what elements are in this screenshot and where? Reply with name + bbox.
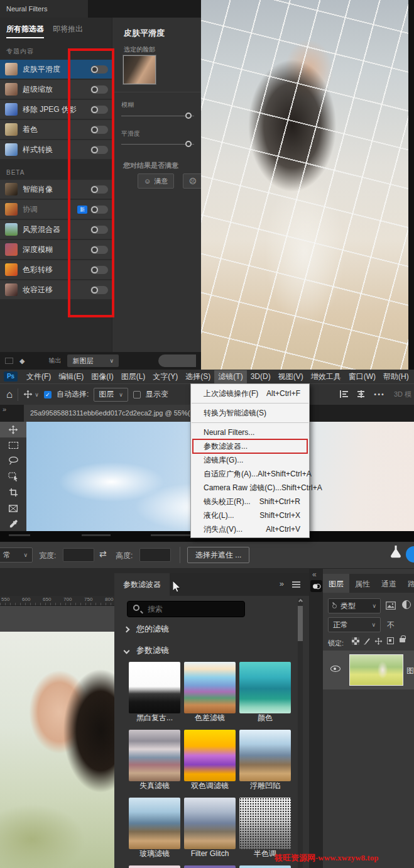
select-and-mask-button[interactable]: 选择并遮住 ... bbox=[187, 547, 249, 563]
tab-all-filters[interactable]: 所有筛选器 bbox=[6, 24, 44, 38]
filter-card-partial[interactable] bbox=[184, 865, 236, 868]
menu-file[interactable]: 文件(F) bbox=[23, 370, 55, 383]
tab-upcoming[interactable]: 即将推出 bbox=[53, 24, 83, 38]
filter-thumbnail[interactable] bbox=[184, 865, 236, 868]
layer-row[interactable]: 图 bbox=[323, 651, 414, 689]
tab-channels[interactable]: 通道 bbox=[376, 574, 402, 593]
filter-thumbnail[interactable] bbox=[129, 798, 180, 849]
menu-help[interactable]: 帮助(H) bbox=[379, 370, 413, 383]
menu-window[interactable]: 窗口(W) bbox=[345, 370, 379, 383]
menu-item-lens-correction[interactable]: 镜头校正(R)... Shift+Ctrl+R bbox=[191, 495, 309, 508]
menu-3d[interactable]: 3D(D) bbox=[247, 371, 275, 382]
align-left-icon[interactable] bbox=[340, 390, 348, 398]
tab-paths[interactable]: 路 bbox=[402, 574, 414, 593]
filter-card-bw-vintage[interactable]: 黑白复古... bbox=[129, 662, 180, 723]
smoothness-slider[interactable] bbox=[121, 144, 194, 145]
tab-properties[interactable]: 属性 bbox=[349, 574, 376, 593]
lock-artboard-icon[interactable] bbox=[387, 637, 394, 644]
menu-item-last-filter[interactable]: 上次滤镜操作(F) Alt+Ctrl+F bbox=[191, 387, 309, 400]
lasso-tool-button[interactable] bbox=[0, 453, 26, 469]
menu-type[interactable]: 文字(Y) bbox=[149, 370, 182, 383]
filter-thumbnail[interactable] bbox=[184, 662, 236, 713]
group-your-filters[interactable]: 您的滤镜 bbox=[124, 624, 169, 635]
filter-card-emboss[interactable]: 浮雕凹陷 bbox=[239, 730, 291, 791]
selected-face-thumbnail[interactable] bbox=[123, 55, 156, 84]
filter-thumbnail[interactable] bbox=[129, 662, 180, 713]
group-parametric-filters[interactable]: 参数滤镜 bbox=[124, 645, 169, 656]
menu-item-parametric-filters[interactable]: 参数滤波器... bbox=[191, 439, 309, 453]
menu-view[interactable]: 视图(V) bbox=[275, 370, 307, 383]
layer-visibility-eye-icon[interactable] bbox=[330, 666, 340, 672]
menu-select[interactable]: 选择(S) bbox=[182, 370, 214, 383]
menu-item-liquify[interactable]: 液化(L)... Shift+Ctrl+X bbox=[191, 508, 309, 522]
filter-thumbnail[interactable] bbox=[239, 865, 291, 868]
filter-card-halftone[interactable]: 半色调 bbox=[239, 798, 291, 859]
lock-transparency-icon[interactable] bbox=[352, 637, 359, 645]
menu-item-vanishing-point[interactable]: 消失点(V)... Alt+Ctrl+V bbox=[191, 522, 309, 536]
layer-filter-type-dropdown[interactable]: 类型 ∨ bbox=[328, 598, 381, 613]
menu-item-adaptive-wide-angle[interactable]: 自适应广角(A)... Alt+Shift+Ctrl+A bbox=[191, 467, 309, 481]
menu-item-convert-smart-filters[interactable]: 转换为智能滤镜(S) bbox=[191, 406, 309, 420]
clipped-button[interactable] bbox=[158, 354, 196, 367]
object-selection-tool-button[interactable] bbox=[0, 469, 26, 485]
move-tool-button[interactable] bbox=[0, 422, 26, 437]
swap-dimensions-icon[interactable]: ⇄ bbox=[99, 549, 107, 559]
home-icon[interactable]: ⌂ bbox=[6, 388, 13, 401]
crop-tool-button[interactable] bbox=[0, 485, 26, 500]
auto-select-target-dropdown[interactable]: 图层 ∨ bbox=[94, 388, 128, 402]
filter-card-glitch[interactable]: Filter Glitch bbox=[184, 798, 236, 859]
marquee-tool-button[interactable] bbox=[0, 437, 26, 453]
photoshop-logo[interactable]: Ps bbox=[4, 371, 18, 382]
panel-collapse-icon[interactable]: » bbox=[3, 405, 6, 413]
blur-slider[interactable] bbox=[121, 116, 194, 116]
show-transform-checkbox[interactable] bbox=[133, 391, 141, 398]
layers-icon[interactable] bbox=[5, 358, 13, 364]
style-dropdown[interactable]: 常 ∨ bbox=[0, 547, 33, 563]
lock-position-icon[interactable] bbox=[374, 637, 383, 648]
move-tool-preset[interactable]: ∨ bbox=[23, 390, 39, 399]
beaker-icon[interactable] bbox=[389, 546, 402, 561]
align-center-icon[interactable] bbox=[357, 390, 365, 398]
blend-mode-dropdown[interactable]: 正常 ∨ bbox=[328, 617, 381, 632]
filter-thumbnail[interactable] bbox=[129, 865, 180, 868]
lock-pixels-brush-icon[interactable] bbox=[362, 637, 371, 648]
scrollbar-thumb[interactable] bbox=[298, 606, 303, 641]
menu-plugins[interactable]: 增效工具 bbox=[307, 370, 345, 383]
width-input[interactable] bbox=[63, 548, 94, 562]
filter-thumbnail[interactable] bbox=[184, 798, 236, 849]
menu-layer[interactable]: 图层(L) bbox=[117, 370, 150, 383]
frame-tool-button[interactable] bbox=[0, 500, 26, 516]
collapse-dock-icon[interactable]: « bbox=[312, 570, 317, 579]
panel-tab[interactable]: 参数滤波器 bbox=[114, 573, 170, 596]
account-avatar[interactable] bbox=[406, 546, 414, 563]
collapse-panel-icon[interactable]: » bbox=[280, 579, 284, 588]
menu-filter[interactable]: 滤镜(T) bbox=[214, 370, 246, 383]
satisfied-button[interactable]: ☺ 满意 bbox=[138, 173, 174, 189]
filter-thumbnail[interactable] bbox=[239, 798, 291, 849]
filter-thumbnail[interactable] bbox=[129, 730, 180, 781]
filter-thumbnail[interactable] bbox=[239, 662, 291, 713]
more-options-icon[interactable]: ••• bbox=[374, 390, 385, 398]
filter-card-partial[interactable] bbox=[129, 865, 180, 868]
auto-select-checkbox[interactable]: ✓ bbox=[44, 391, 52, 398]
filter-card-partial[interactable] bbox=[239, 865, 291, 868]
adjustment-filter-icon[interactable] bbox=[402, 600, 411, 609]
slider-knob[interactable] bbox=[185, 113, 192, 119]
filter-thumbnail[interactable] bbox=[239, 730, 291, 781]
filter-card-glass[interactable]: 玻璃滤镜 bbox=[129, 798, 180, 859]
slider-knob[interactable] bbox=[185, 141, 192, 147]
panel-menu-icon[interactable] bbox=[292, 581, 300, 588]
menu-item-neural-filters[interactable]: Neural Filters... bbox=[191, 426, 309, 439]
filter-thumbnail[interactable] bbox=[184, 730, 236, 781]
image-filter-icon[interactable] bbox=[386, 601, 396, 612]
filter-card-duotone[interactable]: 双色调滤镜 bbox=[184, 730, 236, 791]
menu-image[interactable]: 图像(I) bbox=[87, 370, 117, 383]
menu-edit[interactable]: 编辑(E) bbox=[55, 370, 87, 383]
layer-thumbnail[interactable] bbox=[349, 654, 403, 686]
lock-all-icon[interactable] bbox=[400, 638, 405, 642]
menu-item-filter-gallery[interactable]: 滤镜库(G)... bbox=[191, 453, 309, 467]
menu-item-camera-raw[interactable]: Camera Raw 滤镜(C)... Shift+Ctrl+A bbox=[191, 481, 309, 495]
height-input[interactable] bbox=[139, 548, 171, 562]
mask-panel-icon[interactable] bbox=[310, 580, 322, 592]
diamond-icon[interactable]: ◆ bbox=[19, 357, 25, 365]
